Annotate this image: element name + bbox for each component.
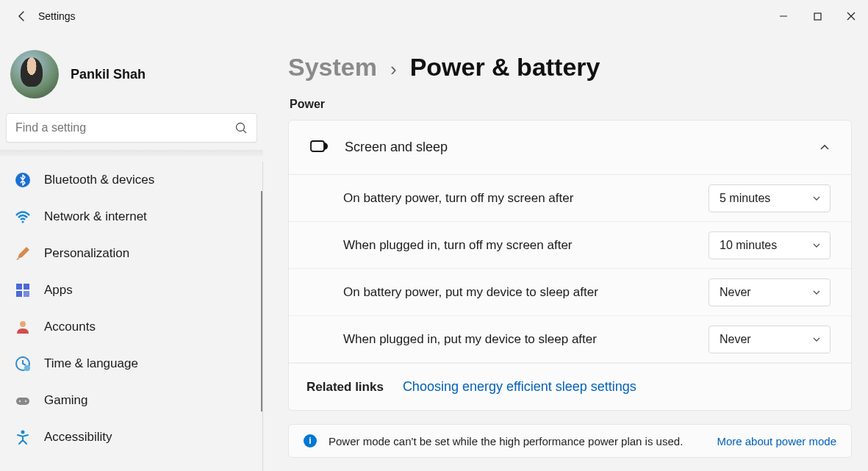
breadcrumb-current: Power & battery	[410, 53, 600, 82]
nav-label: Personalization	[44, 246, 129, 261]
profile-name: Pankil Shah	[71, 67, 146, 82]
sidebar-item-bluetooth[interactable]: Bluetooth & devices	[0, 162, 261, 198]
svg-point-3	[22, 221, 24, 223]
related-links-row: Related links Choosing energy efficient …	[289, 363, 851, 410]
select-sleep-plugged[interactable]: Never	[709, 326, 831, 353]
sidebar-item-personalization[interactable]: Personalization	[0, 235, 261, 272]
arrow-left-icon	[16, 10, 28, 22]
svg-point-12	[19, 400, 21, 402]
svg-rect-0	[814, 13, 821, 20]
select-value: Never	[720, 286, 751, 299]
window-controls	[767, 4, 868, 28]
nav-label: Accounts	[44, 320, 96, 334]
svg-rect-4	[16, 284, 22, 290]
select-screen-battery[interactable]: 5 minutes	[709, 184, 831, 212]
sidebar-item-gaming[interactable]: Gaming	[0, 382, 261, 419]
nav-list: Bluetooth & devices Network & internet P…	[0, 162, 263, 471]
nav-label: Gaming	[44, 393, 88, 408]
row-label: On battery power, put my device to sleep…	[343, 285, 697, 300]
breadcrumb-separator: ›	[390, 58, 397, 81]
setting-row-screen-plugged: When plugged in, turn off my screen afte…	[289, 222, 851, 269]
profile-block[interactable]: Pankil Shah	[0, 44, 263, 113]
setting-row-screen-battery: On battery power, turn off my screen aft…	[289, 175, 851, 222]
nav-label: Network & internet	[44, 209, 147, 224]
back-button[interactable]	[9, 10, 35, 22]
svg-rect-15	[311, 141, 324, 151]
svg-point-14	[21, 431, 25, 434]
breadcrumb: System › Power & battery	[288, 53, 852, 82]
sidebar-item-accessibility[interactable]: Accessibility	[0, 419, 261, 456]
svg-rect-6	[16, 291, 22, 297]
svg-point-13	[25, 400, 26, 402]
svg-rect-7	[24, 291, 29, 297]
select-sleep-battery[interactable]: Never	[709, 278, 831, 306]
info-icon: i	[304, 434, 317, 447]
sidebar-item-time-language[interactable]: Time & language	[0, 345, 261, 382]
infobar-link[interactable]: More about power mode	[717, 435, 836, 447]
window-title: Settings	[38, 10, 76, 22]
chevron-down-icon	[812, 288, 821, 297]
chevron-down-icon	[812, 194, 821, 203]
maximize-button[interactable]	[800, 4, 834, 28]
nav-label: Time & language	[44, 356, 138, 371]
select-value: 10 minutes	[720, 239, 777, 252]
svg-rect-11	[16, 398, 29, 405]
chevron-up-icon	[819, 142, 831, 154]
avatar	[10, 50, 59, 98]
select-value: Never	[720, 333, 751, 346]
bluetooth-icon	[15, 172, 31, 188]
card-title: Screen and sleep	[345, 140, 448, 155]
card-header[interactable]: Screen and sleep	[289, 121, 851, 175]
title-bar: Settings	[0, 0, 868, 32]
search-icon	[234, 121, 248, 134]
breadcrumb-parent[interactable]: System	[288, 53, 377, 82]
sidebar-item-network[interactable]: Network & internet	[0, 198, 261, 235]
minimize-button[interactable]	[767, 4, 800, 28]
svg-point-1	[237, 123, 245, 132]
infobar-message: Power mode can't be set while the high p…	[329, 435, 683, 447]
close-button[interactable]	[834, 4, 868, 28]
search-input[interactable]	[15, 121, 234, 134]
person-icon	[15, 319, 31, 335]
sidebar-item-apps[interactable]: Apps	[0, 272, 261, 309]
accessibility-icon	[15, 429, 31, 445]
section-label: Power	[290, 98, 852, 111]
minimize-icon	[779, 12, 788, 21]
search-box[interactable]	[6, 113, 257, 143]
scrollbar[interactable]	[261, 191, 262, 411]
related-links-label: Related links	[306, 380, 384, 395]
svg-point-8	[20, 321, 26, 327]
setting-row-sleep-plugged: When plugged in, put my device to sleep …	[289, 316, 851, 363]
maximize-icon	[814, 12, 822, 21]
screen-sleep-card: Screen and sleep On battery power, turn …	[288, 120, 852, 411]
close-icon	[847, 12, 856, 21]
sidebar: Pankil Shah Bluetooth & devices	[0, 32, 263, 471]
wifi-icon	[15, 209, 31, 225]
sidebar-item-accounts[interactable]: Accounts	[0, 309, 261, 345]
select-screen-plugged[interactable]: 10 minutes	[709, 231, 831, 259]
clock-icon	[15, 356, 31, 372]
svg-rect-5	[24, 284, 29, 290]
chevron-down-icon	[812, 335, 821, 344]
sidebar-divider	[0, 150, 263, 156]
power-mode-infobar: i Power mode can't be set while the high…	[288, 424, 852, 458]
brush-icon	[15, 245, 31, 262]
related-link[interactable]: Choosing energy efficient sleep settings	[403, 379, 636, 395]
gamepad-icon	[15, 392, 31, 409]
chevron-down-icon	[812, 241, 821, 250]
nav-label: Accessibility	[44, 430, 112, 445]
nav-label: Apps	[44, 283, 73, 298]
screen-sleep-icon	[309, 138, 329, 157]
setting-row-sleep-battery: On battery power, put my device to sleep…	[289, 269, 851, 316]
row-label: When plugged in, turn off my screen afte…	[343, 238, 697, 253]
row-label: When plugged in, put my device to sleep …	[343, 332, 697, 347]
svg-point-10	[24, 365, 30, 371]
main-content: System › Power & battery Power Screen an…	[263, 32, 868, 471]
nav-label: Bluetooth & devices	[44, 173, 154, 187]
select-value: 5 minutes	[720, 192, 770, 205]
row-label: On battery power, turn off my screen aft…	[343, 191, 697, 206]
apps-icon	[15, 282, 31, 298]
